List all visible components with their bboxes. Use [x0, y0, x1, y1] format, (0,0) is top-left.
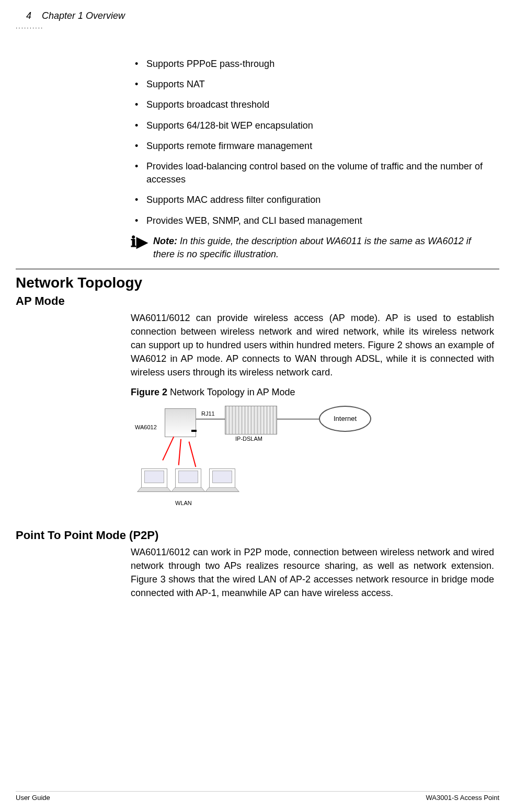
footer-right: WA3001-S Access Point	[426, 794, 499, 802]
internet-link-line	[277, 419, 319, 419]
ip-dslam-label: IP-DSLAM	[235, 436, 262, 442]
feature-list: Supports PPPoE pass-through Supports NAT…	[131, 58, 494, 227]
list-item: Supports NAT	[131, 78, 494, 91]
note-block: ℹ▶ Note: In this guide, the description …	[131, 235, 494, 261]
page-footer: User Guide WA3001-S Access Point	[16, 791, 499, 802]
laptop-icon	[141, 468, 167, 489]
info-icon: ℹ▶	[131, 235, 148, 249]
page-header: 4 Chapter 1 Overview	[16, 10, 499, 21]
internet-cloud-icon: Internet	[319, 406, 371, 432]
list-item: Supports remote firmware management	[131, 140, 494, 153]
figure-label: Figure 2	[131, 387, 167, 397]
section-divider	[16, 269, 499, 269]
chapter-title: Chapter 1 Overview	[42, 10, 125, 21]
section-title-network-topology: Network Topology	[16, 275, 499, 291]
p2p-body: WA6011/6012 can work in P2P mode, connec…	[131, 545, 494, 600]
ap-label: WA6012	[135, 424, 157, 430]
laptop-icon	[175, 468, 201, 489]
note-text: Note: In this guide, the description abo…	[153, 235, 494, 261]
ap-mode-body: WA6011/6012 can provide wireless access …	[131, 311, 494, 379]
laptop-icon	[209, 468, 235, 489]
page-number: 4	[26, 10, 31, 21]
wlan-label: WLAN	[175, 500, 192, 506]
list-item: Provides load-balancing control based on…	[131, 160, 494, 186]
rj11-link-line	[196, 419, 225, 419]
header-decoration: ∙∙∙∙∙∙∙∙∙∙	[16, 24, 499, 31]
list-item: Supports broadcast threshold	[131, 98, 494, 111]
list-item: Supports PPPoE pass-through	[131, 58, 494, 71]
ap-device-icon	[165, 408, 196, 437]
footer-left: User Guide	[16, 794, 50, 802]
note-body: In this guide, the description about WA6…	[153, 236, 471, 259]
list-item: Supports 64/128-bit WEP encapsulation	[131, 119, 494, 132]
ip-dslam-icon	[225, 406, 277, 434]
figure-caption-text: Network Topology in AP Mode	[167, 387, 295, 397]
note-label: Note:	[153, 236, 177, 246]
list-item: Provides WEB, SNMP, and CLI based manage…	[131, 214, 494, 227]
list-item: Supports MAC address filter configuratio…	[131, 193, 494, 207]
rj11-label: RJ11	[201, 410, 215, 417]
figure-2-caption: Figure 2 Network Topology in AP Mode	[131, 387, 494, 398]
subsection-title-p2p: Point To Point Mode (P2P)	[16, 529, 499, 542]
figure-2-diagram: WA6012 RJ11 IP-DSLAM Internet WLAN	[131, 403, 382, 513]
subsection-title-ap-mode: AP Mode	[16, 294, 499, 308]
